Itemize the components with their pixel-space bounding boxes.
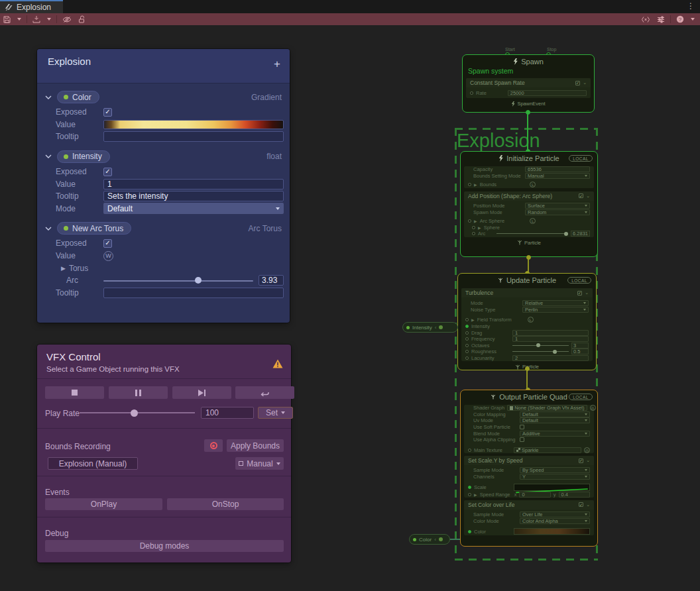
capacity-input[interactable]: 65536 <box>525 166 590 172</box>
save-button[interactable] <box>0 13 14 25</box>
foldout-arrow-icon[interactable]: ▶ <box>471 317 475 322</box>
spawn-node[interactable]: Spawn Spawn system Constant Spawn Rate ✓… <box>462 54 595 113</box>
spawn-mode-dropdown[interactable]: Random <box>525 209 590 215</box>
spawn-output-port[interactable] <box>526 110 530 115</box>
parameter-output-port[interactable] <box>439 537 443 541</box>
space-toggle[interactable]: L <box>528 317 534 323</box>
noise-type-dropdown[interactable]: Perlin <box>522 307 589 313</box>
record-bounds-button[interactable] <box>204 439 223 452</box>
tooltip-input[interactable] <box>103 131 284 142</box>
foldout-arrow-icon[interactable]: ▶ <box>478 225 481 230</box>
property-intensity-header[interactable]: Intensity float <box>45 150 282 163</box>
octaves-port[interactable] <box>465 344 469 347</box>
parameter-node-color[interactable]: Color ‹ <box>409 534 450 545</box>
debug-modes-button[interactable]: Debug modes <box>45 540 284 552</box>
slider-handle[interactable] <box>553 350 557 354</box>
settings-button[interactable] <box>654 13 668 25</box>
foldout-arrow-icon[interactable]: ▶ <box>474 219 477 223</box>
property-color-header[interactable]: Color Gradient <box>45 91 282 103</box>
property-pill-color[interactable]: Color <box>57 91 99 103</box>
tab-explosion[interactable]: Explosion <box>0 0 63 13</box>
property-arc-torus-header[interactable]: New Arc Torus Arc Torus <box>45 222 282 235</box>
arc-value-input[interactable]: 3.93 <box>259 275 284 286</box>
lacunarity-input[interactable]: 2 <box>512 355 589 361</box>
slider-handle[interactable] <box>195 277 202 284</box>
slider-handle[interactable] <box>564 232 568 236</box>
update-node[interactable]: Update Particle LOCAL Turbulence ✓ ⌄ Mod… <box>457 273 597 370</box>
scale-port[interactable] <box>468 486 471 489</box>
object-picker-icon[interactable]: ◎ <box>590 405 596 411</box>
space-toggle[interactable]: L <box>530 182 536 188</box>
block-enabled-checkbox[interactable]: ✓ <box>579 458 583 463</box>
show-code-button[interactable] <box>638 13 654 25</box>
space-toggle[interactable]: L <box>530 218 536 224</box>
slider-handle[interactable] <box>536 343 540 347</box>
speed-range-port[interactable] <box>468 493 471 496</box>
roughness-port[interactable] <box>465 350 469 353</box>
use-alpha-clipping-checkbox[interactable] <box>520 437 524 442</box>
arc-sphere-port[interactable] <box>468 219 471 223</box>
octaves-slider[interactable] <box>512 343 569 348</box>
property-pill-arc-torus[interactable]: New Arc Torus <box>57 222 131 235</box>
bounds-setting-mode-dropdown[interactable]: Manual <box>525 173 590 179</box>
foldout-arrow-icon[interactable]: ▶ <box>474 182 477 187</box>
rate-port[interactable] <box>470 91 473 95</box>
exposed-checkbox[interactable]: ✓ <box>103 239 112 248</box>
onplay-button[interactable]: OnPlay <box>45 498 162 510</box>
import-button[interactable] <box>29 13 44 25</box>
world-space-toggle[interactable]: W <box>103 251 113 261</box>
foldout-arrow-icon[interactable]: ▶ <box>61 265 66 272</box>
rate-input[interactable]: 25000 <box>508 90 587 96</box>
kebab-menu-icon[interactable]: ⋮ <box>687 1 695 11</box>
bounds-target-field[interactable]: Explosion (Manual) <box>48 457 138 470</box>
shader-graph-field[interactable]: None (Shader Graph Vfx Asset) <box>507 405 587 411</box>
arc-slider[interactable] <box>496 231 568 237</box>
speed-y-input[interactable]: 0.4 <box>559 492 590 498</box>
bounds-mode-dropdown[interactable]: Manual <box>235 457 284 470</box>
add-position-block[interactable]: Add Position (Shape: Arc Sphere) ✓ ⌄ <box>464 191 594 201</box>
roughness-slider[interactable] <box>512 349 569 354</box>
main-texture-port[interactable] <box>468 449 471 452</box>
initialize-node[interactable]: Initialize Particle LOCAL Capacity 65536… <box>460 151 598 257</box>
play-rate-input[interactable]: 100 <box>201 407 254 419</box>
use-soft-particle-checkbox[interactable] <box>520 425 524 429</box>
add-property-button[interactable]: + <box>274 61 280 68</box>
color-mapping-dropdown[interactable]: Default <box>520 411 590 417</box>
mode-dropdown[interactable]: Default <box>103 203 284 214</box>
tooltip-input[interactable]: Sets the intensity <box>103 191 284 201</box>
exposed-checkbox[interactable]: ✓ <box>103 108 112 117</box>
tooltip-input[interactable] <box>103 288 284 298</box>
collapse-icon[interactable]: ‹ <box>435 325 437 331</box>
uv-mode-dropdown[interactable]: Default <box>520 417 590 423</box>
position-mode-dropdown[interactable]: Surface <box>525 203 590 209</box>
drag-input[interactable]: 1 <box>512 330 589 336</box>
pause-button[interactable] <box>109 386 168 399</box>
frequency-port[interactable] <box>465 337 469 341</box>
constant-spawn-rate-block[interactable]: Constant Spawn Rate ✓ ⌄ <box>466 78 591 87</box>
property-pill-intensity[interactable]: Intensity <box>57 150 110 163</box>
frequency-input[interactable]: 1 <box>512 336 589 342</box>
intensity-value-input[interactable]: 1 <box>103 179 284 189</box>
arc-slider[interactable] <box>103 276 253 285</box>
arc-port[interactable] <box>472 232 475 235</box>
toggle-visibility-button[interactable] <box>59 13 75 25</box>
set-color-block[interactable]: Set Color over Life ✓ ⌄ <box>464 500 594 510</box>
apply-bounds-button[interactable]: Apply Bounds <box>227 439 284 452</box>
collapse-icon[interactable]: ‹ <box>434 537 436 543</box>
field-transform-port[interactable] <box>465 318 469 321</box>
octaves-value[interactable]: 3 <box>571 343 589 349</box>
channels-dropdown[interactable]: Y <box>520 474 590 480</box>
set-scale-block[interactable]: Set Scale.Y by Speed ✓ ⌄ <box>464 456 594 465</box>
gradient-field[interactable] <box>514 528 590 535</box>
roughness-value[interactable]: 0.5 <box>571 349 589 354</box>
parameter-output-port[interactable] <box>439 325 443 329</box>
object-picker-icon[interactable]: ◎ <box>584 447 590 453</box>
help-dropdown[interactable] <box>687 13 700 25</box>
block-enabled-checkbox[interactable]: ✓ <box>579 193 583 198</box>
lock-toggle-button[interactable] <box>75 13 89 25</box>
speed-x-input[interactable]: 0 <box>519 492 550 498</box>
update-output-port[interactable] <box>525 366 530 371</box>
scale-curve-field[interactable] <box>514 484 590 491</box>
drag-port[interactable] <box>465 331 469 335</box>
save-dropdown[interactable] <box>14 13 25 25</box>
